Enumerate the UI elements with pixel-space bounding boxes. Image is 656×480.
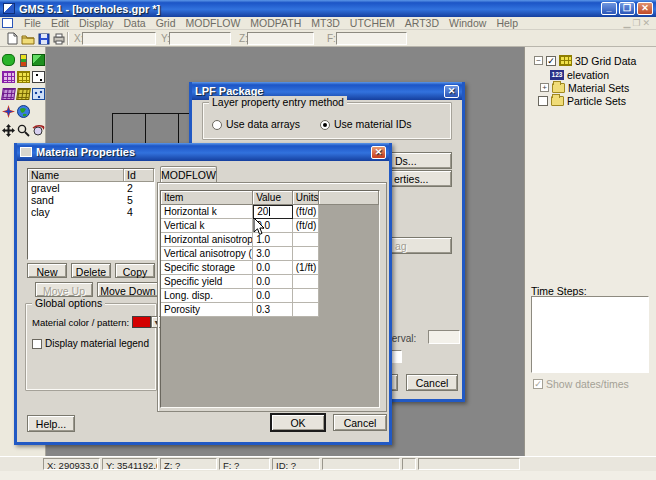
tin-icon — [2, 54, 15, 66]
mouse-cursor — [253, 217, 265, 238]
pan-tool-button[interactable] — [1, 123, 16, 137]
status-f: F: ? — [219, 458, 270, 470]
open-file-button[interactable] — [20, 31, 36, 46]
menu-grid[interactable]: Grid — [151, 17, 181, 29]
value-cell[interactable]: 3.0 — [253, 247, 293, 261]
tree-item-3d-grid-data[interactable]: − ✓ 3D Grid Data — [534, 54, 636, 67]
tree-item-particle-sets[interactable]: Particle Sets — [538, 94, 626, 107]
table-row-porosity: Porosity 0.3 — [161, 303, 379, 317]
menu-mt3d[interactable]: MT3D — [306, 17, 345, 29]
value-column-header: Value — [253, 191, 293, 205]
value-cell[interactable]: 0.0 — [253, 275, 293, 289]
radio-use-data-arrays[interactable]: Use data arrays — [212, 118, 320, 130]
lpf-close-icon[interactable]: ✕ — [444, 85, 459, 98]
materials-list[interactable]: Name Id gravel 2 sand 5 clay 4 — [27, 168, 155, 260]
expand-toggle-icon[interactable]: + — [540, 83, 549, 92]
project-explorer-panel: − ✓ 3D Grid Data 123 elevation + Materia… — [524, 47, 656, 456]
window-title: GMS 5.1 - [boreholes.gpr *] — [19, 3, 160, 15]
lpf-cancel-button[interactable]: Cancel — [406, 374, 458, 391]
gms-app-icon — [3, 3, 15, 14]
map-module-button[interactable] — [1, 104, 16, 118]
title-bar: GMS 5.1 - [boreholes.gpr *] _ ❐ ✕ — [0, 0, 656, 17]
tree-item-elevation[interactable]: 123 elevation — [550, 68, 609, 81]
menu-window[interactable]: Window — [444, 17, 491, 29]
menu-art3d[interactable]: ART3D — [400, 17, 444, 29]
tree-label[interactable]: Material Sets — [568, 82, 629, 94]
tree-label[interactable]: elevation — [567, 69, 609, 81]
menu-edit[interactable]: Edit — [46, 17, 74, 29]
text-caret — [269, 207, 270, 216]
material-close-icon[interactable]: ✕ — [371, 146, 386, 159]
grid-wireframe-line — [112, 113, 113, 143]
menu-modpath[interactable]: MODPATH — [245, 17, 306, 29]
folder-icon — [551, 96, 564, 106]
value-cell[interactable]: 0.0 — [253, 289, 293, 303]
print-button[interactable] — [51, 31, 67, 46]
particle-sets-checkbox[interactable] — [538, 96, 548, 106]
table-header-row: Item Value Units — [161, 191, 379, 205]
copy-button[interactable]: Copy — [115, 263, 155, 278]
tree-item-material-sets[interactable]: + Material Sets — [540, 81, 629, 94]
tree-label[interactable]: 3D Grid Data — [575, 55, 636, 67]
id-column-header[interactable]: Id — [124, 169, 154, 181]
new-button[interactable]: New — [27, 263, 67, 278]
table-row-vertical-k: Vertical k 0.0 (ft/d) — [161, 219, 379, 233]
grid-wireframe-line — [112, 113, 191, 114]
x-coordinate-field — [82, 32, 156, 45]
new-file-button[interactable] — [4, 31, 20, 46]
name-column-header[interactable]: Name — [28, 169, 124, 181]
layer-property-group-label: Layer property entry method — [209, 96, 347, 108]
restore-button[interactable]: ❐ — [619, 2, 635, 15]
delete-button[interactable]: Delete — [71, 263, 111, 278]
ok-button[interactable]: OK — [271, 414, 325, 431]
mesh2d-module-button[interactable] — [1, 70, 16, 84]
grid2d-module-button[interactable] — [16, 70, 31, 84]
menu-display[interactable]: Display — [74, 17, 118, 29]
gis-module-button[interactable] — [16, 104, 31, 118]
value-cell[interactable]: 0.0 — [253, 261, 293, 275]
menu-help[interactable]: Help — [491, 17, 523, 29]
menu-file[interactable]: File — [19, 17, 46, 29]
table-row-specific-storage: Specific storage 0.0 (1/ft) — [161, 261, 379, 275]
tab-modflow[interactable]: MODFLOW — [160, 166, 217, 183]
grid3d-module-button[interactable] — [16, 87, 31, 101]
open-folder-icon — [21, 33, 35, 45]
status-x: X: 290933.0 — [43, 458, 100, 470]
zoom-tool-button[interactable] — [16, 123, 31, 137]
display-legend-checkbox[interactable] — [32, 339, 42, 349]
display-legend-row[interactable]: Display material legend — [32, 338, 149, 349]
solid-module-button[interactable] — [31, 53, 46, 67]
minimize-button[interactable]: _ — [601, 2, 617, 15]
cancel-button[interactable]: Cancel — [333, 414, 387, 431]
scatter3d-module-button[interactable] — [31, 87, 46, 101]
status-id: ID: ? — [272, 458, 320, 470]
menu-data[interactable]: Data — [118, 17, 150, 29]
interval-field[interactable] — [428, 330, 460, 344]
move-down-button[interactable]: Move Down — [97, 282, 159, 297]
mesh3d-module-button[interactable] — [1, 87, 16, 101]
grid-data-checkbox[interactable]: ✓ — [546, 56, 556, 66]
collapse-toggle-icon[interactable]: − — [534, 56, 543, 65]
material-row-gravel[interactable]: gravel 2 — [28, 182, 154, 194]
close-button[interactable]: ✕ — [637, 2, 653, 15]
material-row-clay[interactable]: clay 4 — [28, 206, 154, 218]
rotate-tool-button[interactable] — [31, 123, 46, 137]
menu-modflow[interactable]: MODFLOW — [180, 17, 245, 29]
save-button[interactable] — [36, 31, 52, 46]
f-coordinate-field — [336, 32, 407, 45]
tin-module-button[interactable] — [1, 53, 16, 67]
grid-wireframe-line — [178, 113, 179, 143]
material-dialog-title-bar: Material Properties ✕ — [17, 143, 389, 161]
value-cell[interactable]: 0.3 — [253, 303, 293, 317]
help-button[interactable]: Help... — [27, 415, 75, 432]
menu-utchem[interactable]: UTCHEM — [345, 17, 400, 29]
borehole-module-button[interactable] — [16, 53, 31, 67]
material-color-label: Material color / pattern: — [32, 317, 129, 328]
material-row-sand[interactable]: sand 5 — [28, 194, 154, 206]
show-dates-checkbox: ✓ — [533, 379, 543, 389]
radio-use-material-ids[interactable]: Use material IDs — [320, 118, 412, 130]
time-steps-listbox[interactable] — [531, 296, 649, 373]
material-color-swatch[interactable] — [132, 316, 151, 328]
tree-label[interactable]: Particle Sets — [567, 95, 626, 107]
scatter2d-module-button[interactable] — [31, 70, 46, 84]
